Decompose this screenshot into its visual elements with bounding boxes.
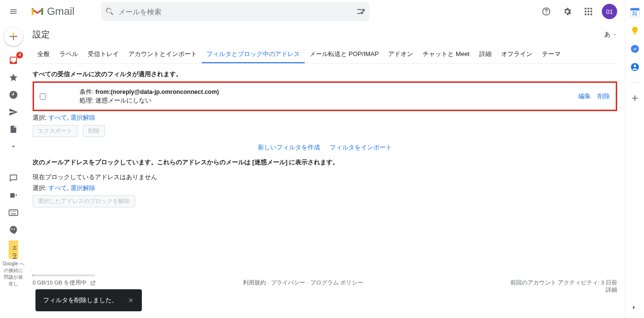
- tab-1[interactable]: ラベル: [55, 46, 83, 63]
- search-options-icon[interactable]: [356, 7, 366, 16]
- tab-2[interactable]: 受信トレイ: [83, 46, 124, 63]
- delete-filters-button[interactable]: 削除: [83, 125, 105, 137]
- page-title: 設定: [33, 29, 50, 40]
- tab-6[interactable]: アドオン: [383, 46, 418, 63]
- left-sidebar: 4 エラー Google への接続に問題が発生し: [0, 23, 27, 318]
- search-icon: [105, 7, 115, 16]
- sent-icon[interactable]: [6, 104, 21, 120]
- sidebar-error-badge: エラー: [9, 240, 18, 259]
- tab-5[interactable]: メール転送と POP/IMAP: [305, 46, 383, 63]
- filter-criteria-value: from:(noreply@data-jp.omronconnect.com): [95, 89, 219, 95]
- svg-point-12: [585, 13, 586, 15]
- create-filter-link[interactable]: 新しいフィルタを作成: [258, 144, 320, 151]
- keep-icon[interactable]: [630, 26, 640, 35]
- meet-icon[interactable]: [6, 188, 21, 203]
- inbox-badge: 4: [16, 52, 23, 58]
- snoozed-icon[interactable]: [6, 87, 21, 102]
- svg-rect-20: [15, 211, 16, 212]
- search-input[interactable]: [115, 8, 356, 16]
- program-link[interactable]: プログラム ポリシー: [310, 280, 363, 285]
- svg-point-10: [587, 11, 589, 12]
- filter-delete-link[interactable]: 削除: [598, 92, 610, 101]
- input-language-button[interactable]: あ: [604, 30, 617, 39]
- privacy-link[interactable]: プライバシー: [271, 280, 305, 285]
- filter-checkbox[interactable]: [40, 93, 46, 100]
- hangouts-icon[interactable]: [6, 222, 21, 238]
- tab-7[interactable]: チャットと Meet: [418, 46, 474, 63]
- starred-icon[interactable]: [6, 70, 21, 85]
- toast-message: フィルタを削除しました。: [43, 296, 118, 305]
- toast-close-icon[interactable]: [127, 297, 134, 304]
- svg-point-8: [590, 8, 592, 10]
- svg-rect-15: [10, 193, 14, 197]
- svg-rect-21: [11, 214, 16, 215]
- settings-icon[interactable]: [558, 2, 577, 21]
- inbox-icon[interactable]: 4: [6, 53, 21, 68]
- search-bar[interactable]: [101, 2, 369, 21]
- apps-icon[interactable]: [579, 2, 598, 21]
- svg-rect-19: [13, 211, 14, 212]
- select-all-link[interactable]: すべて: [48, 114, 67, 121]
- tab-8[interactable]: 詳細: [474, 46, 496, 63]
- storage-text: 0 GB/15 GB を使用中: [33, 280, 87, 285]
- svg-point-7: [587, 8, 589, 10]
- expand-icon[interactable]: [6, 139, 21, 154]
- app-header: Gmail 01: [0, 0, 625, 23]
- compose-button[interactable]: [4, 27, 23, 46]
- blocked-select-all-link[interactable]: すべて: [48, 185, 67, 192]
- import-filter-link[interactable]: フィルタをインポート: [330, 144, 392, 151]
- export-button[interactable]: エクスポート: [33, 125, 78, 137]
- tab-4[interactable]: フィルタとブロック中のアドレス: [202, 46, 305, 63]
- calendar-icon[interactable]: 31: [630, 8, 640, 17]
- contacts-icon[interactable]: [630, 62, 640, 72]
- tab-3[interactable]: アカウントとインポート: [124, 46, 202, 63]
- svg-rect-18: [12, 211, 13, 212]
- blocked-select-none-link[interactable]: 選択解除: [70, 185, 95, 192]
- blocked-select-label: 選択:: [33, 185, 46, 192]
- logo-text: Gmail: [47, 5, 74, 18]
- toast: フィルタを削除しました。: [35, 289, 142, 311]
- addons-plus-icon[interactable]: [630, 93, 640, 103]
- select-none-link[interactable]: 選択解除: [70, 114, 95, 121]
- account-avatar[interactable]: 01: [602, 4, 617, 19]
- activity-text: 前回のアカウント アクティビティ: 3 日前: [510, 279, 617, 286]
- svg-point-6: [585, 8, 586, 10]
- tab-9[interactable]: オフライン: [496, 46, 537, 63]
- svg-point-13: [587, 13, 589, 15]
- support-icon[interactable]: [537, 2, 556, 21]
- terms-link[interactable]: 利用規約: [243, 280, 266, 285]
- svg-rect-17: [10, 211, 11, 212]
- tasks-icon[interactable]: [630, 44, 640, 54]
- hide-panel-icon[interactable]: [630, 304, 640, 313]
- open-storage-icon[interactable]: [90, 280, 96, 286]
- filter-item-highlighted: 条件: from:(noreply@data-jp.omronconnect.c…: [33, 81, 617, 111]
- blocked-empty: 現在ブロックしているアドレスはありません: [33, 173, 617, 182]
- tab-0[interactable]: 全般: [33, 46, 55, 63]
- chat-icon[interactable]: [6, 170, 21, 186]
- main-menu-button[interactable]: [4, 2, 23, 21]
- svg-point-5: [546, 13, 547, 14]
- sidebar-google-text: Google への接続に問題が発生し: [0, 261, 27, 287]
- details-link[interactable]: 詳細: [510, 286, 617, 294]
- settings-tabs: 全般ラベル受信トレイアカウントとインポートフィルタとブロック中のアドレスメール転…: [33, 46, 617, 64]
- svg-point-24: [633, 65, 636, 67]
- svg-point-11: [590, 11, 592, 12]
- storage-bar: [33, 274, 95, 276]
- tab-10[interactable]: テーマ: [537, 46, 565, 63]
- drafts-icon[interactable]: [6, 122, 21, 137]
- svg-point-14: [590, 13, 592, 15]
- gmail-logo[interactable]: Gmail: [27, 5, 78, 18]
- svg-point-9: [585, 11, 586, 12]
- svg-rect-16: [9, 210, 18, 216]
- filters-intro: すべての受信メールに次のフィルタが適用されます。: [33, 70, 617, 79]
- filter-edit-link[interactable]: 編集: [578, 92, 591, 101]
- unblock-button[interactable]: 選択したアドレスのブロックを解除: [33, 195, 135, 207]
- select-label: 選択:: [33, 114, 46, 121]
- filter-criteria-label: 条件:: [80, 89, 93, 95]
- filter-action-label: 処理:: [80, 97, 93, 104]
- filter-action-value: 迷惑メールにしない: [95, 97, 151, 104]
- blocked-intro: 次のメールアドレスをブロックしています。これらのアドレスからのメールは [迷惑メ…: [33, 159, 617, 167]
- right-side-panel: 31: [625, 0, 644, 318]
- keyboard-icon[interactable]: [6, 205, 21, 220]
